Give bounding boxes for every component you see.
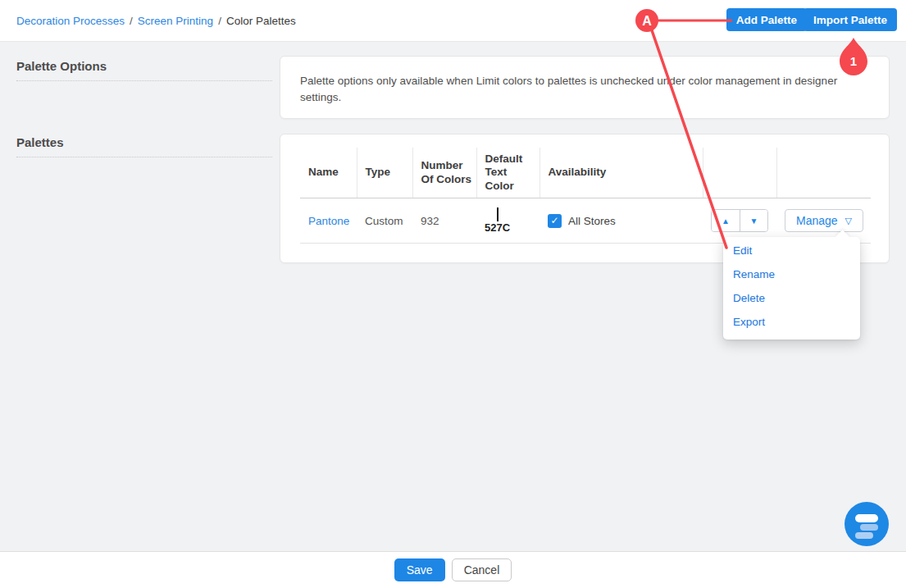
sidebar-section-palette-options: Palette Options [16,59,272,81]
palettes-heading: Palettes [16,135,272,157]
palette-type: Custom [365,215,403,227]
menu-item-export[interactable]: Export [723,311,860,335]
breadcrumb-link-decoration-processes[interactable]: Decoration Processes [16,15,125,27]
menu-item-edit[interactable]: Edit [723,239,860,263]
chat-bubbles-icon [845,502,889,546]
all-stores-label: All Stores [568,215,616,227]
column-header-number-of-colors: Number Of Colors [412,148,476,198]
manage-button-label: Manage [796,214,838,227]
column-header-availability: Availability [540,148,703,198]
breadcrumb-separator: / [130,15,133,27]
color-swatch-label: 527C [485,221,510,234]
down-arrow-icon: ▼ [750,217,758,226]
top-bar: Decoration Processes / Screen Printing /… [0,0,906,42]
sidebar-section-palettes: Palettes [16,135,272,157]
breadcrumb-link-screen-printing[interactable]: Screen Printing [138,15,213,27]
palette-color-count: 932 [421,215,439,227]
menu-item-delete[interactable]: Delete [723,287,860,311]
column-header-name: Name [300,148,357,198]
footer-bar: Save Cancel [0,551,906,588]
breadcrumb: Decoration Processes / Screen Printing /… [16,0,296,42]
column-header-type: Type [357,148,412,198]
palette-options-heading: Palette Options [16,59,272,81]
all-stores-checkbox[interactable]: ✓ [548,214,562,228]
import-palette-button[interactable]: Import Palette [804,8,897,31]
column-header-actions [776,148,871,198]
menu-item-rename[interactable]: Rename [723,263,860,287]
palette-options-info-text: Palette options only available when Limi… [300,75,837,103]
chat-widget-button[interactable] [845,502,889,546]
manage-dropdown-menu: Edit Rename Delete Export [723,237,860,340]
palette-name-link[interactable]: Pantone [308,215,349,227]
move-down-button[interactable]: ▼ [740,210,767,231]
palettes-table: Name Type Number Of Colors Default Text … [300,148,871,244]
move-up-button[interactable]: ▲ [712,210,740,231]
color-swatch [497,207,499,221]
chevron-down-icon: ▽ [845,217,852,226]
column-header-default-text-color: Default Text Color [476,148,540,198]
breadcrumb-current-color-palettes: Color Palettes [226,15,296,27]
reorder-button-group: ▲ ▼ [711,209,768,232]
up-arrow-icon: ▲ [722,217,730,226]
breadcrumb-separator: / [218,15,221,27]
save-button[interactable]: Save [394,558,445,581]
manage-button[interactable]: Manage ▽ [785,209,863,232]
add-palette-button[interactable]: Add Palette [726,8,807,31]
palette-options-info-card: Palette options only available when Limi… [280,56,890,119]
column-header-reorder [703,148,776,198]
default-text-color: 527C [485,208,510,234]
table-header-row: Name Type Number Of Colors Default Text … [300,148,871,198]
cancel-button[interactable]: Cancel [452,558,512,581]
